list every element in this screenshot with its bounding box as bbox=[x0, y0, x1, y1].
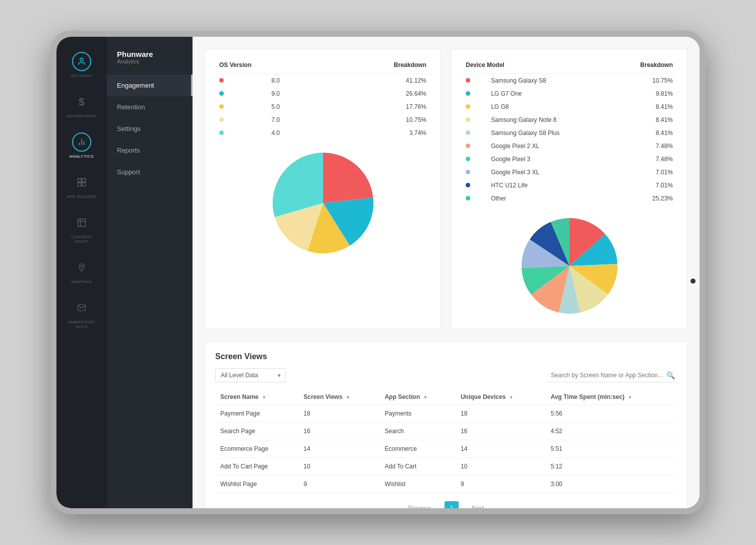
os-dot-cell bbox=[215, 87, 267, 100]
scroll-indicator bbox=[690, 279, 696, 284]
device-model-header: Device Model bbox=[462, 59, 611, 74]
nav-item-reports[interactable]: Reports bbox=[107, 140, 193, 161]
screen-search-input[interactable] bbox=[546, 369, 677, 382]
device-dot-cell bbox=[462, 74, 487, 88]
sidebar-item-marketing[interactable]: MARKETINGAUTO bbox=[56, 291, 107, 336]
svg-rect-5 bbox=[82, 179, 86, 182]
screen-views-title: Screen Views bbox=[215, 352, 677, 361]
device-label-cell: Google Pixel 3 XL bbox=[487, 166, 611, 179]
sidebar-icons: ACCOUNT $ ADVERTISING ANALYTICS bbox=[56, 37, 107, 508]
device-dot-cell bbox=[462, 140, 487, 153]
device-value-cell: 25.23% bbox=[611, 192, 677, 205]
os-label-cell: 4.0 bbox=[267, 126, 322, 140]
unique-devices-cell: 16 bbox=[456, 423, 545, 440]
sort-arrow-app-section: ▼ bbox=[423, 395, 428, 400]
table-row: Google Pixel 3 7.48% bbox=[462, 153, 677, 166]
sidebar-item-app-builder[interactable]: APP BUILDER bbox=[56, 166, 107, 206]
device-dot-cell bbox=[462, 192, 487, 205]
device-dot-cell bbox=[462, 166, 487, 179]
nav-item-engagement[interactable]: Engagement bbox=[107, 75, 193, 96]
device-dot-cell bbox=[462, 113, 487, 126]
retention-label: Retention bbox=[117, 103, 145, 111]
table-row: Payment Page 18 Payments 18 5:56 bbox=[215, 405, 677, 423]
page-1-button[interactable]: 1 bbox=[445, 501, 459, 508]
device-label-cell: Samsung Galaxy S8 Plus bbox=[487, 126, 611, 140]
unique-devices-cell: 9 bbox=[456, 475, 545, 493]
sort-arrow-avg-time: ▼ bbox=[627, 395, 632, 400]
device-label-cell: HTC U12 Life bbox=[487, 179, 611, 192]
col-screen-views[interactable]: Screen Views ▼ bbox=[298, 389, 380, 405]
os-version-header: OS Version bbox=[215, 59, 323, 74]
svg-rect-6 bbox=[78, 183, 82, 186]
device-value-cell: 8.41% bbox=[611, 126, 677, 140]
screen-name-cell: Ecommerce Page bbox=[215, 440, 298, 458]
svg-point-0 bbox=[80, 58, 83, 61]
next-button[interactable]: Next bbox=[465, 502, 491, 508]
sort-arrow-unique-devices: ▼ bbox=[509, 395, 514, 400]
table-row: Google Pixel 3 XL 7.01% bbox=[462, 166, 677, 179]
screen-name-cell: Wishlist Page bbox=[215, 475, 298, 493]
unique-devices-cell: 14 bbox=[456, 440, 545, 458]
col-unique-devices[interactable]: Unique Devices ▼ bbox=[456, 389, 545, 405]
device-value-cell: 7.01% bbox=[611, 179, 677, 192]
app-section-cell: Payments bbox=[380, 405, 456, 423]
device-value-cell: 7.48% bbox=[611, 153, 677, 166]
brand-name: Phunware bbox=[117, 50, 182, 58]
table-row: 9.0 26.64% bbox=[215, 87, 430, 100]
analytics-icon bbox=[72, 132, 91, 152]
previous-button[interactable]: Previous bbox=[401, 502, 438, 508]
level-filter-select[interactable]: All Level Data bbox=[215, 368, 286, 382]
os-label-cell: 9.0 bbox=[267, 87, 322, 100]
table-row: 5.0 17.76% bbox=[215, 100, 430, 113]
sidebar-item-account[interactable]: ACCOUNT bbox=[56, 45, 107, 85]
tablet-frame: ACCOUNT $ ADVERTISING ANALYTICS bbox=[50, 31, 706, 514]
mapping-label: MAPPING bbox=[72, 280, 92, 284]
nav-item-settings[interactable]: Settings bbox=[107, 118, 193, 140]
nav-item-support[interactable]: Support bbox=[107, 161, 193, 183]
os-label-cell: 7.0 bbox=[267, 113, 322, 126]
table-row: Ecommerce Page 14 Ecommerce 14 5:51 bbox=[215, 440, 677, 458]
device-label-cell: Samsung Galaxy S8 bbox=[487, 74, 611, 88]
svg-rect-7 bbox=[82, 183, 86, 186]
nav-panel: Phunware Analytics Engagement Retention … bbox=[107, 37, 193, 508]
tablet-inner: ACCOUNT $ ADVERTISING ANALYTICS bbox=[56, 37, 700, 508]
device-model-table: Device Model Breakdown Samsung Galaxy S8… bbox=[462, 59, 677, 205]
screen-views-cell: 9 bbox=[298, 475, 380, 493]
table-row: Samsung Galaxy S8 10.75% bbox=[462, 74, 677, 88]
svg-rect-8 bbox=[78, 219, 86, 227]
app-section-cell: Ecommerce bbox=[380, 440, 456, 458]
device-value-cell: 10.75% bbox=[611, 74, 677, 88]
os-value-cell: 10.75% bbox=[323, 113, 430, 126]
os-dot-cell bbox=[215, 113, 267, 126]
search-icon: 🔍 bbox=[666, 371, 675, 379]
table-row: HTC U12 Life 7.01% bbox=[462, 179, 677, 192]
table-row: Other 25.23% bbox=[462, 192, 677, 205]
account-label: ACCOUNT bbox=[71, 74, 92, 78]
device-dot-cell bbox=[462, 179, 487, 192]
sidebar-item-mapping[interactable]: MAPPING bbox=[56, 251, 107, 291]
sidebar-item-content[interactable]: CONTENTMGMT bbox=[56, 206, 107, 251]
filter-row: All Level Data ▼ 🔍 bbox=[215, 368, 677, 382]
table-row: Search Page 16 Search 16 4:52 bbox=[215, 423, 677, 440]
support-label: Support bbox=[117, 168, 140, 176]
nav-item-retention[interactable]: Retention bbox=[107, 96, 193, 118]
device-dot-cell bbox=[462, 100, 487, 113]
sidebar-item-analytics[interactable]: ANALYTICS bbox=[56, 125, 107, 166]
device-value-cell: 8.41% bbox=[611, 100, 677, 113]
engagement-label: Engagement bbox=[117, 82, 154, 89]
device-model-card: Device Model Breakdown Samsung Galaxy S8… bbox=[451, 49, 687, 329]
table-row: Wishlist Page 9 Wishlist 9 3:00 bbox=[215, 475, 677, 493]
table-row: LG G8 8.41% bbox=[462, 100, 677, 113]
sidebar-item-advertising[interactable]: $ ADVERTISING bbox=[56, 85, 107, 125]
os-value-cell: 26.64% bbox=[323, 87, 430, 100]
table-row: Add To Cart Page 10 Add To Cart 10 5:12 bbox=[215, 458, 677, 475]
col-app-section[interactable]: App Section ▼ bbox=[380, 389, 456, 405]
avg-time-cell: 3:00 bbox=[545, 475, 677, 493]
col-screen-name[interactable]: Screen Name ▼ bbox=[215, 389, 298, 405]
search-wrapper: 🔍 bbox=[546, 369, 677, 382]
table-row: 7.0 10.75% bbox=[215, 113, 430, 126]
avg-time-cell: 5:51 bbox=[545, 440, 677, 458]
col-avg-time[interactable]: Avg Time Spent (min:sec) ▼ bbox=[545, 389, 677, 405]
screen-views-section: Screen Views All Level Data ▼ 🔍 bbox=[205, 342, 687, 508]
app-section-cell: Search bbox=[380, 423, 456, 440]
